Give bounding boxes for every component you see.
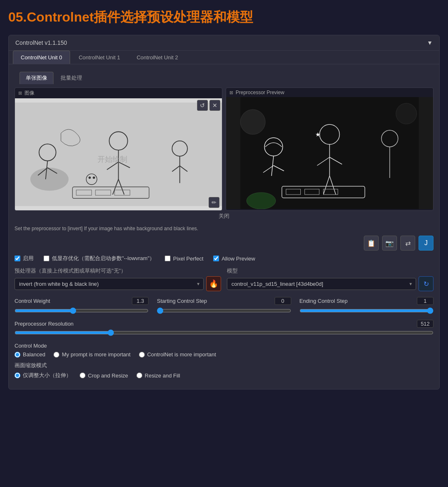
model-select[interactable]: control_v11p_sd15_lineart [43d4be0d] [227,278,416,290]
enable-label: 启用 [23,255,34,262]
resize-mode-radio-row: 仅调整大小（拉伸） Crop and Resize Resize and Fil… [15,372,433,379]
lowvram-checkbox-item: 低显存优化（需配合启动参数"--lowvram"） [44,255,155,262]
control-weight-header: Control Weight 1.3 [15,297,149,305]
left-image-panel: ⊠ 图像 [15,88,222,211]
pencil-button[interactable]: ✏ [209,197,219,208]
close-bar[interactable]: 关闭 [15,211,433,222]
lowvram-label: 低显存优化（需配合启动参数"--lowvram"） [52,255,155,262]
right-image-panel: ⊠ Preprocessor Preview [226,88,433,211]
resolution-label: Preprocessor Resolution [15,321,73,327]
svg-point-1 [30,168,68,190]
refresh-model-button[interactable]: ↻ [419,276,433,291]
svg-text:开始绘制: 开始绘制 [97,155,127,163]
resize-mode-fill[interactable]: Resize and Fill [136,372,180,379]
page-title: 05.Controlnet插件选择预设处理器和模型 [8,8,440,27]
control-mode-balanced[interactable]: Balanced [15,351,45,358]
lowvram-checkbox[interactable] [44,256,49,261]
radio-prompt[interactable] [54,352,59,358]
camera-button[interactable]: 📷 [382,236,397,251]
svg-text:★: ★ [315,131,321,138]
ending-step-slider[interactable] [299,307,433,314]
resize-mode-stretch[interactable]: 仅调整大小（拉伸） [15,372,71,379]
resolution-header: Preprocessor Resolution 512 [15,320,433,328]
copy-button[interactable]: 📋 [364,236,379,251]
sliders-row-1: Control Weight 1.3 Starting Control Step… [15,297,433,316]
radio-crop-label: Crop and Resize [88,373,128,379]
enable-checkbox-item: 启用 [15,255,34,262]
control-mode-label: Control Mode [15,343,433,349]
svg-point-43 [396,103,417,124]
resize-mode-crop[interactable]: Crop and Resize [80,372,128,379]
tab-unit-0[interactable]: ControlNet Unit 0 [13,51,70,64]
resize-mode-label: 画面缩放模式 [15,362,433,369]
action-icons-row: 📋 📷 ⇄ J [15,236,433,251]
starting-step-value: 0 [275,297,291,305]
image-row: ⊠ 图像 [15,88,433,211]
radio-fill-label: Resize and Fill [145,373,180,379]
allowpreview-checkbox-item: Allow Preview [213,256,255,262]
right-image-canvas: ★ [226,97,433,209]
sub-tab-batch[interactable]: 批量处理 [54,72,88,84]
control-mode-radio-row: Balanced My prompt is more important Con… [15,351,433,358]
ending-step-group: Ending Control Step 1 [299,297,433,316]
allowpreview-checkbox[interactable] [213,256,219,261]
reset-button[interactable]: ↺ [197,100,208,111]
j-button[interactable]: J [419,236,433,251]
svg-point-42 [241,110,265,134]
pixelperfect-checkbox[interactable] [165,256,170,261]
preprocessor-select[interactable]: invert (from white bg & black line) [15,278,204,290]
resolution-slider-row: Preprocessor Resolution 512 [15,320,433,338]
radio-controlnet[interactable] [139,352,145,358]
sub-tabs: 单张图像 批量处理 [15,68,433,84]
pixelperfect-label: Pixel Perfect [173,256,203,262]
pixelperfect-checkbox-item: Pixel Perfect [165,256,203,262]
resolution-slider[interactable] [15,329,433,336]
starting-step-label: Starting Control Step [157,298,207,304]
ending-step-header: Ending Control Step 1 [299,297,433,305]
allowpreview-label: Allow Preview [222,256,255,262]
starting-step-slider[interactable] [157,307,291,314]
resize-mode-section: 画面缩放模式 仅调整大小（拉伸） Crop and Resize Resize … [15,362,433,379]
radio-fill[interactable] [136,373,142,378]
image-controls-overlay: ↺ ✕ [197,100,220,111]
right-panel-label: Preprocessor Preview [236,90,284,95]
checkbox-row: 启用 低显存优化（需配合启动参数"--lowvram"） Pixel Perfe… [15,255,433,262]
radio-stretch[interactable] [15,373,20,378]
starting-step-group: Starting Control Step 0 [157,297,291,316]
selector-section: 预处理器（直接上传模式图或草稿时可选"无"） invert (from whit… [15,267,433,291]
svg-point-22 [93,177,95,179]
radio-crop[interactable] [80,373,85,378]
left-panel-label: 图像 [24,90,34,97]
radio-balanced[interactable] [15,352,20,358]
control-mode-section: Control Mode Balanced My prompt is more … [15,343,433,358]
enable-checkbox[interactable] [15,256,20,261]
main-tabs: ControlNet Unit 0 ControlNet Unit 1 Cont… [9,51,439,64]
svg-point-21 [88,177,91,179]
close-image-button[interactable]: ✕ [209,100,220,111]
left-panel-header: ⊠ 图像 [15,88,222,98]
controlnet-panel: ControlNet v1.1.150 ▼ ControlNet Unit 0 … [8,35,440,390]
model-label: 模型 [227,267,433,275]
radio-prompt-label: My prompt is more important [62,351,130,358]
tab-unit-2[interactable]: ControlNet Unit 2 [129,51,186,64]
ending-step-value: 1 [417,297,433,305]
resolution-value: 512 [417,320,433,328]
ending-step-label: Ending Control Step [299,298,348,304]
tab-unit-1[interactable]: ControlNet Unit 1 [71,51,128,64]
control-weight-label: Control Weight [15,298,50,304]
radio-controlnet-label: ControlNet is more important [147,351,216,358]
swap-button[interactable]: ⇄ [400,236,415,251]
radio-balanced-label: Balanced [23,351,45,358]
left-image-canvas[interactable]: 开始绘制 ↺ ✕ ✏ [15,98,222,210]
content-area: 单张图像 批量处理 ⊠ 图像 [9,64,439,389]
panel-version: ControlNet v1.1.150 [15,39,67,46]
sub-tab-single[interactable]: 单张图像 [19,72,54,84]
model-col: 模型 control_v11p_sd15_lineart [43d4be0d] … [227,267,433,291]
control-mode-prompt[interactable]: My prompt is more important [54,351,130,358]
control-weight-value: 1.3 [132,297,149,305]
collapse-button[interactable]: ▼ [427,39,433,46]
control-mode-controlnet[interactable]: ControlNet is more important [139,351,216,358]
control-weight-slider[interactable] [15,307,149,314]
fire-button[interactable]: 🔥 [206,276,221,291]
info-text: Set the preprocessor to [invert] If your… [15,225,433,232]
